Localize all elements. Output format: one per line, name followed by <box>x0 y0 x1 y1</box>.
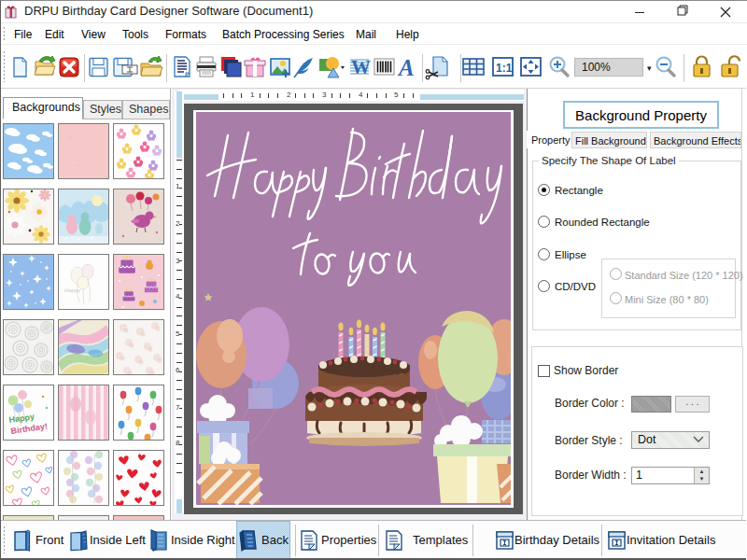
svg-text:A: A <box>397 55 415 80</box>
svg-text:Happy: Happy <box>64 287 81 293</box>
svg-text:W: W <box>351 56 371 78</box>
svg-text:1:1: 1:1 <box>496 62 513 75</box>
